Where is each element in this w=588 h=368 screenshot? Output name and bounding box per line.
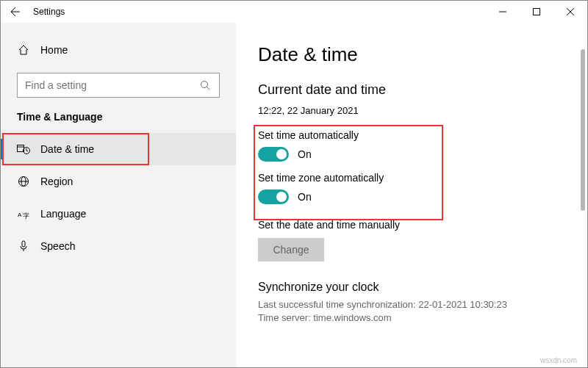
search-box[interactable] bbox=[17, 73, 220, 98]
sidebar-item-language[interactable]: A字 Language bbox=[1, 198, 236, 230]
auto-time-block: Set time automatically On bbox=[258, 129, 565, 162]
sidebar-item-date-time[interactable]: Date & time bbox=[1, 133, 236, 165]
svg-text:字: 字 bbox=[23, 212, 29, 220]
search-input[interactable] bbox=[25, 79, 193, 91]
category-header: Time & Language bbox=[1, 111, 236, 133]
titlebar-left: Settings bbox=[1, 1, 65, 23]
current-datetime: 12:22, 22 January 2021 bbox=[258, 105, 565, 116]
watermark: wsxdn.com bbox=[540, 356, 577, 364]
search-icon bbox=[198, 79, 212, 92]
svg-line-5 bbox=[207, 87, 210, 90]
search-wrap bbox=[17, 73, 220, 98]
home-label: Home bbox=[40, 44, 68, 56]
globe-icon bbox=[17, 175, 30, 188]
body: Home Time & Language Date & time Region bbox=[1, 23, 587, 367]
svg-line-10 bbox=[26, 151, 28, 151]
sync-server: Time server: time.windows.com bbox=[258, 311, 565, 325]
minimize-button[interactable] bbox=[486, 1, 520, 23]
scrollbar[interactable] bbox=[580, 49, 586, 364]
sidebar-item-label: Region bbox=[40, 176, 73, 187]
svg-point-4 bbox=[201, 82, 208, 88]
back-arrow-icon bbox=[10, 6, 21, 18]
home-icon bbox=[17, 43, 30, 57]
maximize-icon bbox=[533, 8, 540, 15]
svg-text:A: A bbox=[18, 212, 22, 218]
auto-time-state: On bbox=[298, 148, 312, 160]
svg-rect-1 bbox=[534, 9, 540, 15]
window-controls bbox=[486, 1, 587, 23]
page-title: Date & time bbox=[258, 43, 565, 66]
scrollthumb[interactable] bbox=[581, 49, 585, 211]
sync-title: Synchronize your clock bbox=[258, 281, 565, 294]
manual-label: Set the date and time manually bbox=[258, 219, 565, 231]
svg-rect-16 bbox=[22, 241, 25, 247]
sidebar-item-region[interactable]: Region bbox=[1, 165, 236, 198]
sidebar-item-label: Speech bbox=[40, 240, 75, 252]
auto-tz-state: On bbox=[298, 191, 312, 203]
main-content: Date & time Current date and time 12:22,… bbox=[236, 23, 587, 367]
microphone-icon bbox=[17, 239, 30, 253]
close-icon bbox=[567, 8, 574, 15]
sidebar-item-label: Language bbox=[40, 208, 86, 220]
home-button[interactable]: Home bbox=[1, 36, 236, 64]
nav-list: Date & time Region A字 Language Speech bbox=[1, 133, 236, 262]
auto-settings-group: Set time automatically On Set time zone … bbox=[258, 129, 565, 204]
clock-calendar-icon bbox=[17, 142, 30, 156]
auto-tz-label: Set time zone automatically bbox=[258, 172, 565, 184]
change-button[interactable]: Change bbox=[258, 238, 324, 261]
window-title: Settings bbox=[33, 7, 65, 17]
language-icon: A字 bbox=[17, 207, 30, 220]
sidebar: Home Time & Language Date & time Region bbox=[1, 23, 236, 367]
sidebar-item-speech[interactable]: Speech bbox=[1, 230, 236, 262]
section-current: Current date and time bbox=[258, 82, 565, 98]
minimize-icon bbox=[499, 8, 506, 15]
sync-last: Last successful time synchronization: 22… bbox=[258, 298, 565, 311]
close-button[interactable] bbox=[553, 1, 587, 23]
auto-tz-block: Set time zone automatically On bbox=[258, 172, 565, 204]
back-button[interactable] bbox=[1, 1, 30, 23]
auto-time-toggle[interactable] bbox=[258, 147, 289, 162]
titlebar: Settings bbox=[1, 1, 587, 23]
auto-tz-toggle[interactable] bbox=[258, 190, 289, 204]
settings-window: Settings Home Time & Language bbox=[0, 0, 588, 368]
maximize-button[interactable] bbox=[520, 1, 553, 23]
sidebar-item-label: Date & time bbox=[40, 143, 94, 155]
auto-time-label: Set time automatically bbox=[258, 129, 565, 141]
